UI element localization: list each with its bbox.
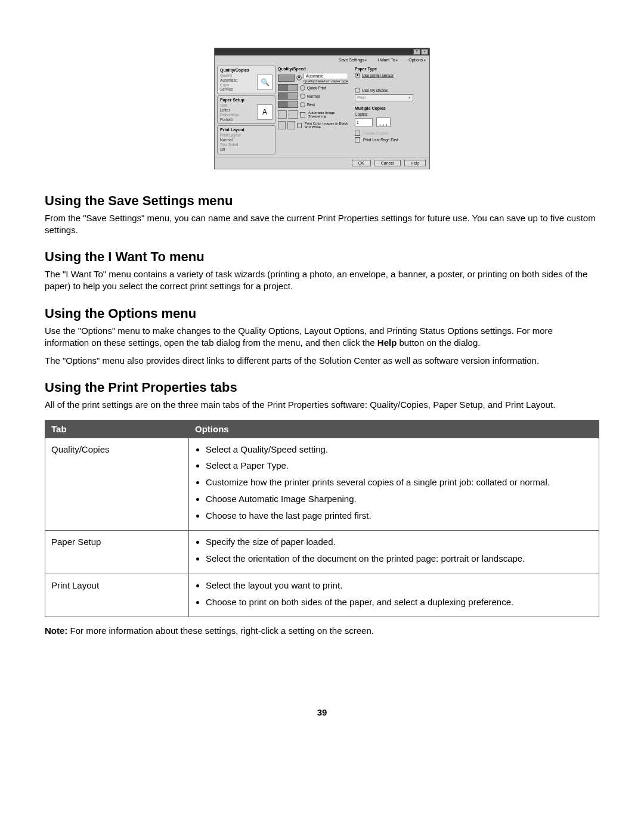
tab-quality-copies[interactable]: Quality/Copies Quality Automatic Copy Se… (217, 66, 275, 94)
cell-tab-name: Print Layout (45, 574, 189, 617)
menu-i-want-to[interactable]: I Want To (377, 58, 398, 62)
dialog-screenshot: ? × Save Settings I Want To Options Qual… (45, 48, 599, 169)
swatch-icon (278, 75, 295, 82)
cell-options: Select a Quality/Speed setting. Select a… (189, 438, 599, 531)
radio-icon (300, 85, 305, 91)
help-button[interactable]: Help (404, 160, 426, 166)
body-text: From the "Save Settings" menu, you can n… (45, 212, 599, 237)
option-label: Use printer sensor (362, 73, 394, 78)
tab-paper-setup[interactable]: Paper Setup Size Letter Orientation Port… (217, 95, 275, 124)
menu-save-settings[interactable]: Save Settings (338, 58, 367, 62)
option-automatic[interactable]: Automatic Quality based on paper type (278, 73, 352, 83)
panel-title: Paper Setup (220, 98, 273, 102)
option-last-page-first[interactable]: Print Last Page First (355, 137, 425, 143)
option-label: Automatic Image Sharpening (308, 111, 352, 118)
copies-spinner[interactable]: 1 (355, 118, 373, 126)
checkbox-icon (355, 137, 360, 143)
option-normal[interactable]: Normal (278, 92, 352, 100)
option-auto-sharpening[interactable]: Automatic Image Sharpening (278, 110, 352, 119)
cell-options: Select the layout you want to print. Cho… (189, 574, 599, 617)
checkbox-icon (300, 112, 305, 117)
panel-title: Print Layout (220, 128, 273, 132)
table-row: Print Layout Select the layout you want … (45, 574, 599, 617)
body-text: The "Options" menu also provides direct … (45, 355, 599, 367)
group-paper-type: Paper Type (355, 67, 425, 71)
select-value: Plain (357, 95, 366, 100)
panel-line: Two Sided (220, 143, 273, 147)
panel-line: Print Layout (220, 133, 273, 138)
list-item: Specify the size of paper loaded. (206, 535, 593, 549)
option-label: Print Last Page First (363, 138, 398, 142)
thumb-icon (289, 110, 298, 119)
option-label: Normal (307, 94, 320, 98)
body-text: Use the "Options" menu to make changes t… (45, 325, 599, 349)
list-item: Select a Quality/Speed setting. (206, 443, 593, 456)
group-multiple-copies: Multiple Copies (355, 106, 425, 110)
option-use-sensor[interactable]: Use printer sensor (355, 73, 425, 78)
collate-icon: 1 2 3 (376, 117, 391, 127)
dialog-top-menus: Save Settings I Want To Options (215, 55, 429, 64)
radio-icon (300, 102, 305, 107)
list-item: Select the layout you want to print. (206, 579, 593, 592)
heading-options-menu: Using the Options menu (45, 306, 599, 321)
paper-type-select[interactable]: Plain ▾ (355, 94, 413, 101)
page-icon: A (257, 104, 273, 120)
note-text: Note: For more information about these s… (45, 625, 599, 636)
cancel-button[interactable]: Cancel (374, 160, 401, 166)
help-icon[interactable]: ? (413, 49, 420, 55)
cell-tab-name: Quality/Copies (45, 438, 189, 531)
list-item: Choose to print on both sides of the pap… (206, 596, 593, 609)
list-item: Choose Automatic Image Sharpening. (206, 493, 593, 506)
body-text: The "I Want To" menu contains a variety … (45, 268, 599, 293)
option-label: Quick Print (307, 86, 326, 90)
radio-icon (355, 73, 360, 78)
list-item: Choose to have the last page printed fir… (206, 509, 593, 522)
option-label: Print Color Images in Black and White (305, 122, 352, 129)
panel-line: Normal (220, 138, 273, 143)
page-number: 39 (45, 707, 599, 717)
chevron-down-icon: ▾ (408, 95, 411, 100)
checkbox-icon (355, 131, 360, 136)
heading-save-settings: Using the Save Settings menu (45, 193, 599, 209)
checkbox-icon (297, 123, 302, 128)
option-use-my-choice[interactable]: Use my choice: (355, 88, 425, 93)
tab-print-layout[interactable]: Print Layout Print Layout Normal Two Sid… (217, 125, 275, 154)
option-collate[interactable]: Collate Copies (355, 131, 425, 136)
option-label: Collate Copies (363, 131, 388, 135)
body-text: All of the print settings are on the thr… (45, 399, 599, 411)
heading-print-properties-tabs: Using the Print Properties tabs (45, 380, 599, 395)
dialog-button-row: OK Cancel Help (215, 157, 429, 169)
option-sublabel[interactable]: Quality based on paper type (304, 79, 348, 83)
cell-options: Specify the size of paper loaded. Select… (189, 531, 599, 574)
table-header-options: Options (189, 420, 599, 438)
option-print-bw[interactable]: Print Color Images in Black and White (278, 121, 352, 129)
swatch-icon (278, 101, 298, 108)
option-best[interactable]: Best (278, 101, 352, 108)
option-label: Automatic (304, 73, 348, 79)
option-quick-print[interactable]: Quick Print (278, 84, 352, 91)
table-row: Quality/Copies Select a Quality/Speed se… (45, 438, 599, 531)
swatch-icon (278, 92, 298, 100)
document-page: ? × Save Settings I Want To Options Qual… (0, 0, 644, 741)
radio-icon (296, 75, 302, 80)
table-header-tab: Tab (45, 420, 189, 438)
list-item: Customize how the printer prints several… (206, 476, 593, 489)
swatch-icon (278, 84, 298, 91)
menu-options[interactable]: Options (408, 58, 426, 62)
thumb-icon (278, 121, 286, 129)
options-table: Tab Options Quality/Copies Select a Qual… (45, 420, 599, 618)
print-properties-dialog: ? × Save Settings I Want To Options Qual… (214, 48, 430, 169)
close-icon[interactable]: × (421, 49, 428, 55)
table-row: Paper Setup Specify the size of paper lo… (45, 531, 599, 574)
radio-icon (300, 94, 305, 99)
option-label: Use my choice: (362, 88, 388, 92)
list-item: Select a Paper Type. (206, 459, 593, 472)
magnifier-icon: 🔍 (257, 75, 273, 90)
list-item: Select the orientation of the document o… (206, 552, 593, 565)
thumb-icon (278, 110, 287, 119)
thumb-icon (287, 121, 295, 129)
heading-i-want-to: Using the I Want To menu (45, 249, 599, 265)
panel-title: Quality/Copies (220, 68, 273, 72)
ok-button[interactable]: OK (352, 160, 371, 166)
option-label: Best (307, 103, 315, 107)
